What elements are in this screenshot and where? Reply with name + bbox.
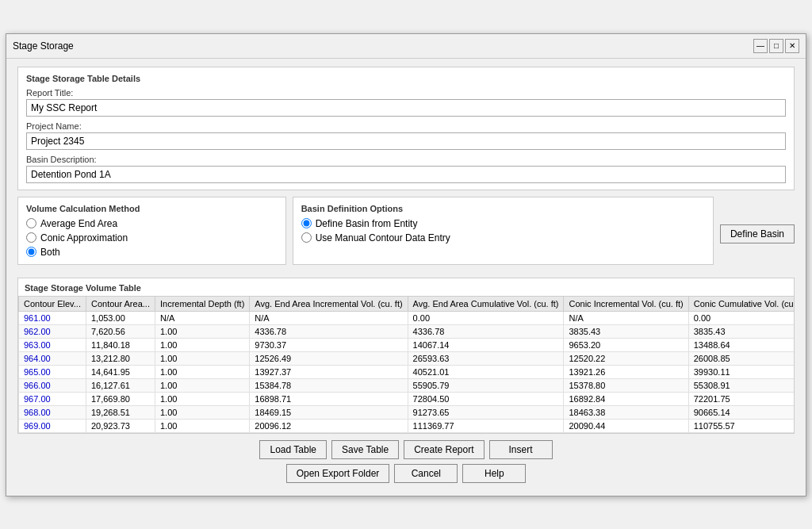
table-cell-7-0: 968.00: [19, 405, 86, 419]
main-window: Stage Storage — □ ✕ Stage Storage Table …: [6, 33, 806, 496]
table-row: 964.0013,212.801.0012526.4926593.6312520…: [19, 351, 795, 365]
table-cell-0-0: 961.00: [19, 311, 86, 324]
help-button[interactable]: Help: [462, 464, 526, 483]
table-header-row: Contour Elev... Contour Area... Incremen…: [19, 296, 795, 311]
title-bar-controls: — □ ✕: [753, 39, 799, 53]
radio-avg-end-area-label: Average End Area: [40, 218, 117, 229]
basin-def-section: Basin Definition Options Define Basin fr…: [293, 197, 714, 265]
report-title-label: Report Title:: [26, 88, 786, 98]
table-cell-1-0: 962.00: [19, 324, 86, 338]
radio-define-from-entity-input[interactable]: [301, 218, 312, 228]
title-bar-left: Stage Storage: [13, 40, 74, 52]
radio-manual-contour-input[interactable]: [301, 232, 312, 243]
report-title-input[interactable]: [26, 99, 786, 117]
minimize-button[interactable]: —: [753, 39, 768, 53]
radio-both[interactable]: Both: [26, 247, 278, 258]
vol-calc-section: Volume Calculation Method Average End Ar…: [17, 197, 286, 265]
button-row-1: Load Table Save Table Create Report Inse…: [17, 440, 795, 459]
table-cell-4-6: 39930.11: [688, 365, 794, 378]
open-export-folder-button[interactable]: Open Export Folder: [286, 464, 390, 483]
table-cell-5-3: 15384.78: [250, 378, 408, 392]
table-section-title: Stage Storage Volume Table: [18, 278, 794, 296]
basin-def-radio-group: Define Basin from Entity Use Manual Cont…: [301, 218, 705, 243]
window-title: Stage Storage: [13, 40, 74, 52]
table-row: 961.001,053.00N/AN/A0.00N/A0.00: [19, 311, 795, 324]
table-cell-6-6: 72201.75: [688, 392, 794, 405]
table-cell-2-4: 14067.14: [408, 338, 564, 351]
radio-avg-end-area[interactable]: Average End Area: [26, 218, 278, 229]
table-cell-2-3: 9730.37: [250, 338, 408, 351]
table-row: 965.0014,641.951.0013927.3740521.0113921…: [19, 365, 795, 378]
radio-both-input[interactable]: [26, 247, 36, 257]
data-table: Contour Elev... Contour Area... Incremen…: [18, 296, 794, 433]
table-cell-1-5: 3835.43: [564, 324, 688, 338]
basin-desc-input[interactable]: [26, 166, 786, 183]
radio-manual-contour[interactable]: Use Manual Contour Data Entry: [301, 232, 705, 243]
table-cell-7-1: 19,268.51: [86, 405, 155, 419]
table-section: Stage Storage Volume Table Contour Elev.…: [17, 278, 795, 434]
col-header-6: Conic Cumulative Vol. (cu. ft): [688, 296, 794, 311]
table-cell-6-2: 1.00: [155, 392, 249, 405]
table-cell-4-1: 14,641.95: [86, 365, 155, 378]
table-cell-3-6: 26008.85: [688, 351, 794, 365]
col-header-3: Avg. End Area Incremental Vol. (cu. ft): [250, 296, 408, 311]
col-header-5: Conic Incremental Vol. (cu. ft): [564, 296, 688, 311]
table-cell-5-6: 55308.91: [688, 378, 794, 392]
table-cell-0-5: N/A: [564, 311, 688, 324]
table-cell-4-2: 1.00: [155, 365, 249, 378]
save-table-button[interactable]: Save Table: [331, 440, 399, 459]
button-row-2: Open Export Folder Cancel Help: [17, 464, 795, 483]
table-cell-8-1: 20,923.73: [86, 419, 155, 432]
table-cell-4-3: 13927.37: [250, 365, 408, 378]
table-cell-2-1: 11,840.18: [86, 338, 155, 351]
radio-define-from-entity-label: Define Basin from Entity: [316, 218, 418, 229]
table-cell-7-2: 1.00: [155, 405, 249, 419]
table-cell-7-3: 18469.15: [250, 405, 408, 419]
title-bar: Stage Storage — □ ✕: [6, 34, 806, 59]
radio-conic-approx[interactable]: Conic Approximation: [26, 232, 278, 243]
project-name-label: Project Name:: [26, 121, 786, 131]
radio-both-label: Both: [40, 247, 60, 258]
project-name-input[interactable]: [26, 132, 786, 150]
table-cell-3-0: 964.00: [19, 351, 86, 365]
radio-avg-end-area-input[interactable]: [26, 218, 36, 228]
table-row: 963.0011,840.181.009730.3714067.149653.2…: [19, 338, 795, 351]
table-row: 966.0016,127.611.0015384.7855905.7915378…: [19, 378, 795, 392]
table-cell-0-1: 1,053.00: [86, 311, 155, 324]
close-button[interactable]: ✕: [785, 39, 799, 53]
table-cell-2-6: 13488.64: [688, 338, 794, 351]
cancel-button[interactable]: Cancel: [394, 464, 458, 483]
define-basin-button[interactable]: Define Basin: [720, 224, 795, 243]
table-body: 961.001,053.00N/AN/A0.00N/A0.00962.007,6…: [19, 311, 795, 432]
radio-conic-approx-input[interactable]: [26, 232, 36, 243]
table-cell-6-0: 967.00: [19, 392, 86, 405]
col-header-2: Incremental Depth (ft): [155, 296, 249, 311]
radio-conic-approx-label: Conic Approximation: [40, 232, 128, 243]
load-table-button[interactable]: Load Table: [259, 440, 327, 459]
table-cell-1-6: 3835.43: [688, 324, 794, 338]
table-cell-0-4: 0.00: [408, 311, 564, 324]
radio-define-from-entity[interactable]: Define Basin from Entity: [301, 218, 705, 229]
table-cell-3-3: 12526.49: [250, 351, 408, 365]
table-cell-1-1: 7,620.56: [86, 324, 155, 338]
vol-calc-title: Volume Calculation Method: [26, 204, 278, 213]
vol-calc-radio-group: Average End Area Conic Approximation Bot…: [26, 218, 278, 258]
table-cell-6-1: 17,669.80: [86, 392, 155, 405]
table-row: 967.0017,669.801.0016898.7172804.5016892…: [19, 392, 795, 405]
table-cell-1-3: 4336.78: [250, 324, 408, 338]
insert-button[interactable]: Insert: [489, 440, 553, 459]
table-cell-3-1: 13,212.80: [86, 351, 155, 365]
table-cell-0-3: N/A: [250, 311, 408, 324]
create-report-button[interactable]: Create Report: [404, 440, 484, 459]
table-cell-8-6: 110755.57: [688, 419, 794, 432]
define-basin-btn-container: Define Basin: [720, 197, 795, 271]
details-section-title: Stage Storage Table Details: [26, 74, 786, 83]
table-cell-2-5: 9653.20: [564, 338, 688, 351]
maximize-button[interactable]: □: [769, 39, 783, 53]
table-row: 962.007,620.561.004336.784336.783835.433…: [19, 324, 795, 338]
details-section: Stage Storage Table Details Report Title…: [17, 67, 795, 190]
table-cell-8-3: 20096.12: [250, 419, 408, 432]
table-cell-7-6: 90665.14: [688, 405, 794, 419]
table-cell-4-0: 965.00: [19, 365, 86, 378]
basin-desc-label: Basin Description:: [26, 155, 786, 164]
